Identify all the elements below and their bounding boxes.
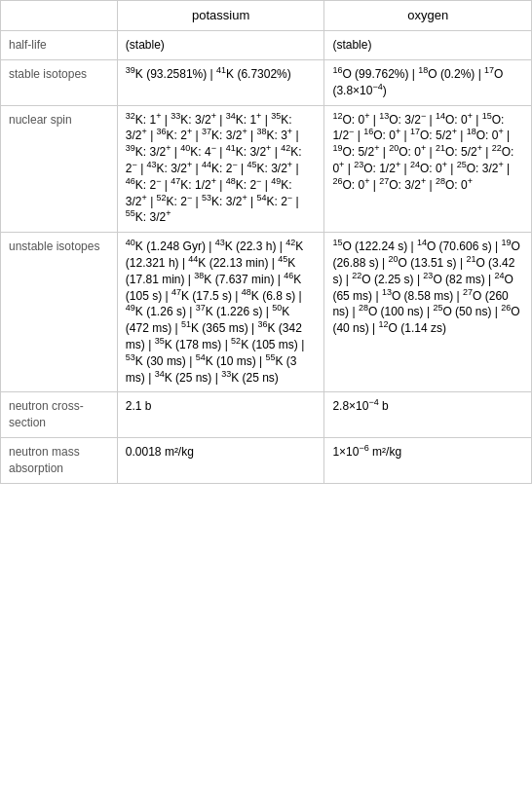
oxygen-neutron-cross-section: 2.8×10−4 b — [324, 392, 532, 438]
oxygen-nuclear-spin: 12O: 0+ | 13O: 3/2− | 14O: 0+ | 15O: 1/2… — [324, 105, 532, 233]
row-unstable-isotopes: unstable isotopes 40K (1.248 Gyr) | 43K … — [1, 233, 532, 392]
potassium-stable-isotopes: 39K (93.2581%) | 41K (6.7302%) — [117, 59, 324, 105]
potassium-neutron-cross-section: 2.1 b — [117, 392, 324, 438]
header-label-col — [1, 1, 118, 31]
potassium-half-life: (stable) — [117, 31, 324, 60]
potassium-unstable-isotopes: 40K (1.248 Gyr) | 43K (22.3 h) | 42K (12… — [117, 233, 324, 392]
oxygen-half-life: (stable) — [324, 31, 532, 60]
row-half-life: half-life (stable) (stable) — [1, 31, 532, 60]
label-unstable-isotopes: unstable isotopes — [1, 233, 118, 392]
label-nuclear-spin: nuclear spin — [1, 105, 118, 233]
label-neutron-cross-section: neutron cross-section — [1, 392, 118, 438]
label-half-life: half-life — [1, 31, 118, 60]
potassium-nuclear-spin: 32K: 1+ | 33K: 3/2+ | 34K: 1+ | 35K: 3/2… — [117, 105, 324, 233]
row-stable-isotopes: stable isotopes 39K (93.2581%) | 41K (6.… — [1, 59, 532, 105]
row-neutron-mass-absorption: neutron mass absorption 0.0018 m²/kg 1×1… — [1, 437, 532, 483]
oxygen-neutron-mass-absorption: 1×10−6 m²/kg — [324, 437, 532, 483]
potassium-neutron-mass-absorption: 0.0018 m²/kg — [117, 437, 324, 483]
oxygen-unstable-isotopes: 15O (122.24 s) | 14O (70.606 s) | 19O (2… — [324, 233, 532, 392]
row-nuclear-spin: nuclear spin 32K: 1+ | 33K: 3/2+ | 34K: … — [1, 105, 532, 233]
label-neutron-mass-absorption: neutron mass absorption — [1, 437, 118, 483]
label-stable-isotopes: stable isotopes — [1, 59, 118, 105]
header-potassium: potassium — [117, 1, 324, 31]
row-neutron-cross-section: neutron cross-section 2.1 b 2.8×10−4 b — [1, 392, 532, 438]
oxygen-stable-isotopes: 16O (99.762%) | 18O (0.2%) | 17O (3.8×10… — [324, 59, 532, 105]
header-oxygen: oxygen — [324, 1, 532, 31]
